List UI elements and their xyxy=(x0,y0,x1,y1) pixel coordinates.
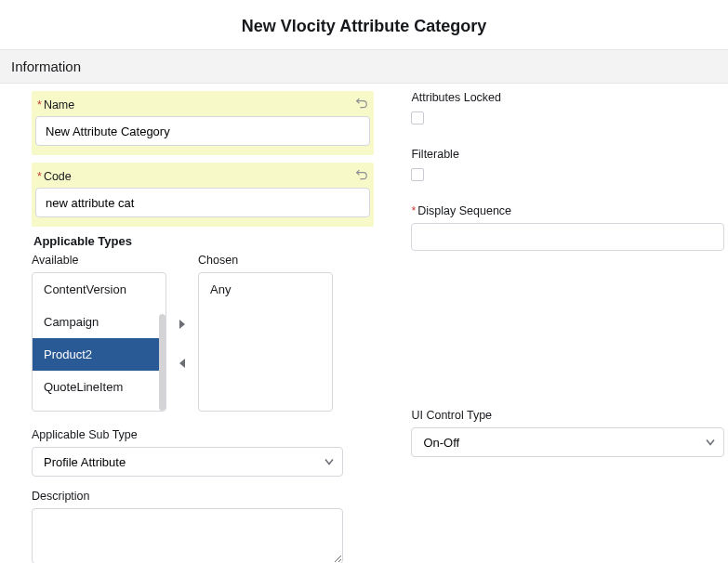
field-name: *Name xyxy=(32,91,374,155)
undo-icon[interactable] xyxy=(355,168,368,184)
page-title: New Vlocity Attribute Category xyxy=(0,0,728,49)
description-label: Description xyxy=(32,490,343,508)
ui-control-type-select[interactable] xyxy=(411,427,724,457)
applicable-types-label: Applicable Types xyxy=(33,234,374,248)
name-input[interactable] xyxy=(35,116,370,146)
list-item[interactable]: QuoteLineItem xyxy=(33,371,165,403)
available-label: Available xyxy=(32,254,166,267)
attributes-locked-label: Attributes Locked xyxy=(411,91,724,110)
attributes-locked-checkbox[interactable] xyxy=(411,111,424,124)
ui-control-type-label: UI Control Type xyxy=(411,409,724,427)
scrollbar[interactable] xyxy=(159,273,165,411)
code-input[interactable] xyxy=(35,188,370,217)
field-applicable-types: Applicable Types Available ContentVersio… xyxy=(32,234,374,413)
display-sequence-label: *Display Sequence xyxy=(411,204,724,223)
move-left-icon[interactable] xyxy=(174,358,191,369)
undo-icon[interactable] xyxy=(355,97,368,112)
description-textarea[interactable] xyxy=(32,508,343,563)
list-item[interactable]: Campaign xyxy=(33,306,165,338)
chosen-label: Chosen xyxy=(198,254,333,267)
available-listbox[interactable]: ContentVersionCampaignProduct2QuoteLineI… xyxy=(32,272,166,412)
code-label: *Code xyxy=(37,170,72,183)
display-sequence-input[interactable] xyxy=(411,223,724,251)
applicable-sub-type-label: Applicable Sub Type xyxy=(32,428,343,447)
field-code: *Code xyxy=(32,163,374,227)
list-item[interactable]: Product2 xyxy=(33,338,165,371)
list-item[interactable]: Any xyxy=(199,273,332,306)
name-label: *Name xyxy=(37,98,74,111)
move-right-icon[interactable] xyxy=(174,319,191,330)
applicable-sub-type-select[interactable] xyxy=(32,447,343,477)
filterable-label: Filterable xyxy=(411,148,724,166)
list-item[interactable]: ContentVersion xyxy=(33,273,165,306)
filterable-checkbox[interactable] xyxy=(411,168,424,181)
chosen-listbox[interactable]: Any xyxy=(198,272,333,412)
section-header-information: Information xyxy=(0,49,728,84)
